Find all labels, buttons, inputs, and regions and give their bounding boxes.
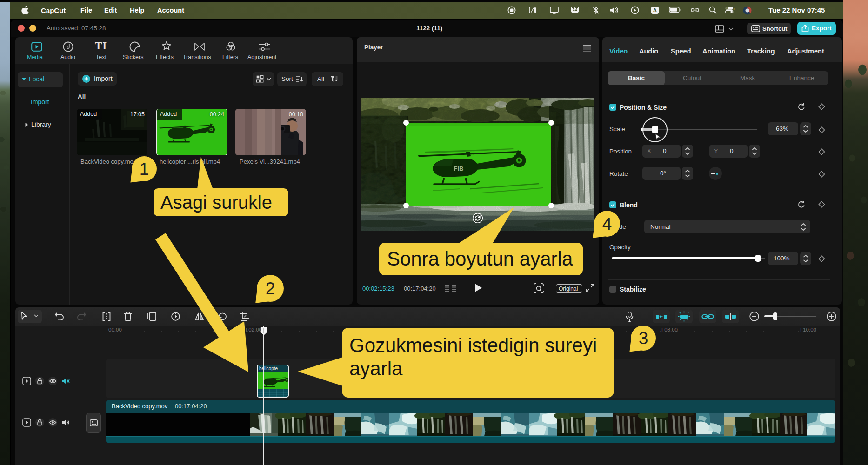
svg-text:A: A: [653, 7, 657, 13]
svg-text:FIB: FIB: [454, 165, 464, 172]
